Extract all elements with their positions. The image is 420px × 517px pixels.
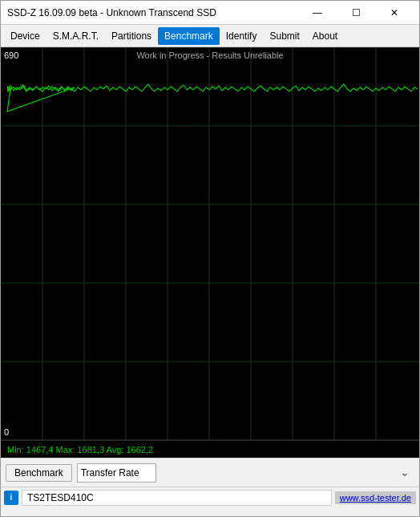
chart-svg (1, 47, 419, 440)
menu-identify[interactable]: Identify (220, 27, 264, 45)
status-url[interactable]: www.ssd-tester.de (335, 491, 416, 504)
benchmark-button[interactable]: Benchmark (6, 464, 72, 482)
window-controls: — ☐ ✕ (299, 5, 413, 21)
window-title: SSD-Z 16.09.09 beta - Unknown Transcend … (7, 7, 216, 18)
status-device: TS2TESD410C (22, 490, 332, 506)
bottom-controls: Benchmark Transfer Rate Random Read Rand… (1, 458, 419, 487)
minimize-button[interactable]: — (299, 5, 336, 21)
maximize-button[interactable]: ☐ (337, 5, 374, 21)
y-axis-min: 0 (4, 427, 9, 437)
status-icon: i (4, 491, 18, 505)
menu-smart[interactable]: S.M.A.R.T. (46, 27, 105, 45)
menu-submit[interactable]: Submit (263, 27, 305, 45)
menu-device[interactable]: Device (4, 27, 46, 45)
menu-benchmark[interactable]: Benchmark (158, 27, 220, 45)
menu-about[interactable]: About (306, 27, 344, 45)
title-bar: SSD-Z 16.09.09 beta - Unknown Transcend … (1, 1, 419, 25)
menu-bar: Device S.M.A.R.T. Partitions Benchmark I… (1, 25, 419, 47)
benchmark-stats: Min: 1467,4 Max: 1681,3 Avg: 1662,2 (7, 445, 153, 454)
status-bar: i TS2TESD410C www.ssd-tester.de (1, 487, 419, 507)
chart-title: Work in Progress - Results Unreliable (1, 50, 419, 60)
menu-partitions[interactable]: Partitions (105, 27, 158, 45)
metric-dropdown[interactable]: Transfer Rate Random Read Random Write S… (77, 463, 156, 483)
dropdown-wrapper: Transfer Rate Random Read Random Write S… (77, 463, 414, 483)
close-button[interactable]: ✕ (376, 5, 413, 21)
stats-bar: Min: 1467,4 Max: 1681,3 Avg: 1662,2 (1, 440, 419, 458)
benchmark-chart: 690 Work in Progress - Results Unreliabl… (1, 47, 419, 440)
